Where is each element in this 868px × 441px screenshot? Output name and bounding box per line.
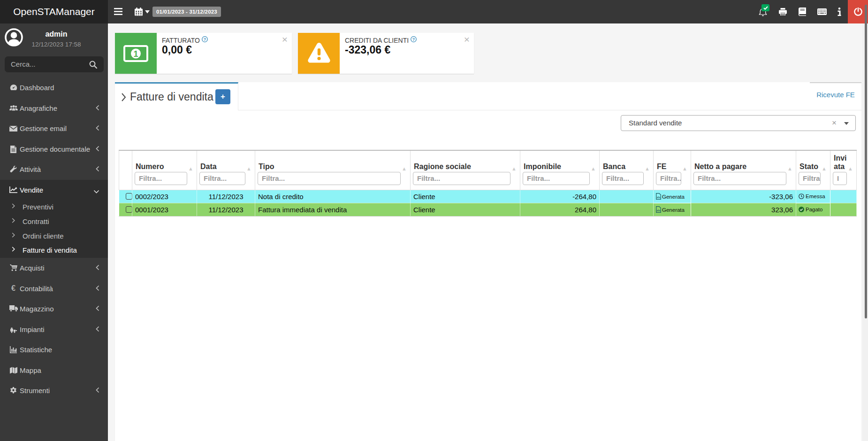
- svg-text:1: 1: [133, 49, 138, 59]
- svg-text:?: ?: [412, 37, 415, 42]
- svg-text:xls: xls: [657, 196, 661, 199]
- svg-text:xls: xls: [657, 209, 661, 212]
- svg-text:?: ?: [204, 37, 206, 42]
